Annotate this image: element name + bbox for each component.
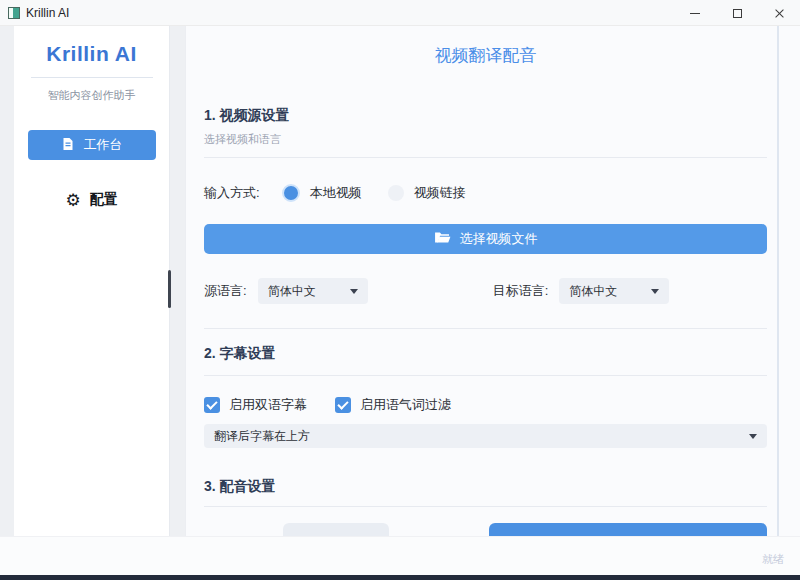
sidebar: Krillin AI 智能内容创作助手 工作台 ⚙ 配置 (14, 26, 170, 536)
config-label: 配置 (90, 191, 118, 209)
minimize-icon (690, 13, 700, 14)
radio-local-video[interactable]: 本地视频 (282, 184, 362, 202)
source-language-group: 源语言: 简体中文 (204, 278, 368, 304)
page-title: 视频翻译配音 (204, 44, 767, 67)
target-language-value: 简体中文 (569, 283, 617, 300)
app-body: Krillin AI 智能内容创作助手 工作台 ⚙ 配置 视频翻译配音 1. 视… (0, 26, 800, 536)
radio-selected-icon (282, 184, 300, 202)
close-button[interactable] (758, 0, 800, 26)
start-processing-button[interactable] (489, 523, 767, 536)
content-scrollbar[interactable] (777, 26, 779, 536)
select-video-file-label: 选择视频文件 (460, 230, 538, 248)
language-row: 源语言: 简体中文 目标语言: 简体中文 (204, 278, 767, 304)
checkbox-bilingual-label: 启用双语字幕 (229, 396, 307, 414)
brand-subtitle: 智能内容创作助手 (48, 88, 136, 103)
window-bottom-edge (0, 575, 800, 580)
target-language-group: 目标语言: 简体中文 (493, 278, 670, 304)
source-language-select[interactable]: 简体中文 (258, 278, 368, 304)
document-icon (61, 137, 75, 154)
divider (204, 375, 767, 376)
scrollbar-thumb[interactable] (168, 270, 171, 308)
section-description-video-source: 选择视频和语言 (204, 132, 767, 147)
checkbox-filler-word-filter[interactable]: 启用语气词过滤 (335, 396, 451, 414)
titlebar-left: Krillin AI (8, 6, 69, 20)
checkbox-checked-icon (335, 397, 351, 413)
target-language-select[interactable]: 简体中文 (559, 278, 669, 304)
divider (204, 506, 767, 507)
select-video-file-button[interactable]: 选择视频文件 (204, 224, 767, 254)
dubbing-controls-row (204, 523, 767, 536)
radio-unselected-icon (388, 185, 404, 201)
statusbar: 就绪 (0, 536, 800, 575)
source-language-value: 简体中文 (268, 283, 316, 300)
radio-video-link[interactable]: 视频链接 (388, 184, 466, 202)
app-icon (8, 7, 20, 19)
checkbox-checked-icon (204, 397, 220, 413)
input-method-row: 输入方式: 本地视频 视频链接 (204, 184, 767, 202)
input-method-label: 输入方式: (204, 184, 260, 202)
radio-local-video-label: 本地视频 (310, 184, 362, 202)
sidebar-item-workbench[interactable]: 工作台 (28, 130, 156, 160)
subtitle-position-select[interactable]: 翻译后字幕在上方 (204, 424, 767, 448)
dubbing-option-control[interactable] (283, 523, 389, 536)
brand-title: Krillin AI (46, 42, 137, 66)
app-window: Krillin AI Krillin AI 智能内容创作助手 工作台 ⚙ 配置 (0, 0, 800, 580)
subtitle-options-row: 启用双语字幕 启用语气词过滤 (204, 396, 767, 414)
radio-video-link-label: 视频链接 (414, 184, 466, 202)
folder-icon (434, 231, 451, 247)
section-heading-subtitle-settings: 2. 字幕设置 (204, 345, 767, 363)
gear-icon: ⚙ (65, 192, 80, 209)
section-heading-dubbing-settings: 3. 配音设置 (204, 478, 767, 496)
checkbox-bilingual-subtitles[interactable]: 启用双语字幕 (204, 396, 307, 414)
chevron-down-icon (350, 289, 358, 294)
status-text: 就绪 (762, 552, 784, 567)
maximize-icon (733, 9, 742, 18)
source-language-label: 源语言: (204, 282, 247, 300)
divider (204, 157, 767, 158)
window-title: Krillin AI (26, 6, 69, 20)
chevron-down-icon (651, 289, 659, 294)
target-language-label: 目标语言: (493, 282, 549, 300)
window-controls (674, 0, 800, 25)
close-icon (774, 8, 785, 19)
main-content: 视频翻译配音 1. 视频源设置 选择视频和语言 输入方式: 本地视频 视频链接 (185, 26, 800, 536)
sidebar-item-config[interactable]: ⚙ 配置 (65, 191, 117, 209)
brand-divider (31, 77, 153, 78)
titlebar: Krillin AI (0, 0, 800, 26)
divider (204, 328, 767, 329)
chevron-down-icon (749, 434, 757, 439)
minimize-button[interactable] (674, 0, 716, 26)
maximize-button[interactable] (716, 0, 758, 26)
subtitle-position-value: 翻译后字幕在上方 (214, 428, 310, 445)
checkbox-filler-label: 启用语气词过滤 (360, 396, 451, 414)
section-heading-video-source: 1. 视频源设置 (204, 107, 767, 125)
workbench-label: 工作台 (84, 136, 123, 154)
